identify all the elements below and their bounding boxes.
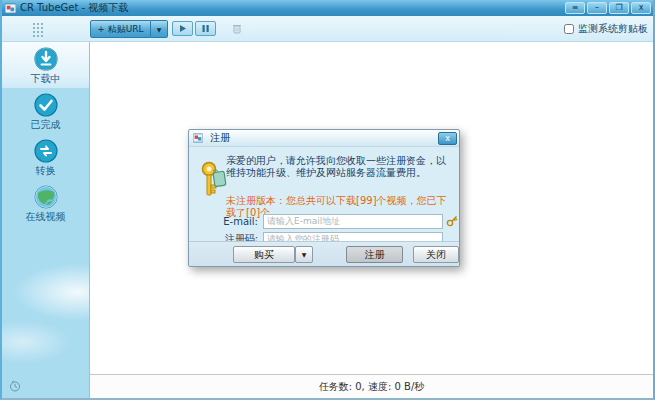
clipboard-monitor-label[interactable]: 监测系统剪贴板 xyxy=(578,22,648,36)
close-dialog-button[interactable]: 关闭 xyxy=(413,246,459,263)
clipboard-monitor-toggle: 监测系统剪贴板 xyxy=(564,22,648,36)
window-controls: ≡ – ❐ x xyxy=(565,2,651,14)
delete-task-button[interactable] xyxy=(226,21,247,36)
buy-dropdown-button[interactable]: ▼ xyxy=(295,246,313,263)
sidebar-item-label: 在线视频 xyxy=(26,212,66,222)
drag-grip-icon[interactable] xyxy=(32,22,44,37)
menu-button[interactable]: ≡ xyxy=(565,2,585,14)
sidebar-item-label: 已完成 xyxy=(31,120,61,130)
dialog-footer: 购买 ▼ 注册 关闭 xyxy=(189,241,459,266)
app-window: CR TubeGet - 视频下载 ≡ – ❐ x + 粘贴URL ▼ 监测系统… xyxy=(0,0,655,400)
trash-icon xyxy=(232,23,242,34)
play-icon xyxy=(178,24,187,33)
minimize-button[interactable]: – xyxy=(587,2,607,14)
close-button[interactable]: x xyxy=(631,2,651,14)
globe-icon xyxy=(34,185,58,209)
sidebar: 下载中 已完成 转换 在线视频 xyxy=(2,42,90,398)
dialog-close-button[interactable]: x xyxy=(438,132,457,145)
dialog-title: 注册 xyxy=(210,131,230,145)
email-row: E-mail: xyxy=(189,213,459,229)
app-logo-icon xyxy=(5,3,16,14)
download-icon xyxy=(34,47,58,71)
dialog-titlebar: 注册 x xyxy=(189,130,459,147)
registration-key-icon xyxy=(199,161,227,199)
sidebar-item-downloading[interactable]: 下载中 xyxy=(2,42,89,88)
email-label: E-mail: xyxy=(189,216,263,227)
pause-download-button[interactable] xyxy=(195,21,216,36)
email-input[interactable] xyxy=(263,214,443,229)
window-title: CR TubeGet - 视频下载 xyxy=(20,0,128,16)
clipboard-monitor-checkbox[interactable] xyxy=(564,24,574,34)
dialog-app-icon xyxy=(193,133,203,143)
register-button[interactable]: 注册 xyxy=(346,246,403,263)
registration-dialog: 注册 x 亲爱的用户，请允许我向您收取一些注册资金，以维持功能升级、维护及网站服… xyxy=(188,129,460,267)
sidebar-item-completed[interactable]: 已完成 xyxy=(2,88,89,134)
convert-icon xyxy=(34,139,58,163)
toolbar: + 粘贴URL ▼ 监测系统剪贴板 xyxy=(2,16,653,42)
status-text: 任务数: 0, 速度: 0 B/秒 xyxy=(319,380,425,394)
fetch-code-button[interactable] xyxy=(445,214,459,228)
paste-url-button[interactable]: + 粘贴URL xyxy=(90,20,151,38)
small-key-icon xyxy=(446,215,458,227)
titlebar: CR TubeGet - 视频下载 ≡ – ❐ x xyxy=(2,0,653,16)
sidebar-item-label: 下载中 xyxy=(31,74,61,84)
check-icon xyxy=(34,93,58,117)
dialog-body: 亲爱的用户，请允许我向您收取一些注册资金，以维持功能升级、维护及网站服务器流量费… xyxy=(189,147,459,241)
buy-button[interactable]: 购买 xyxy=(233,246,295,263)
paste-url-dropdown[interactable]: ▼ xyxy=(151,20,168,38)
sidebar-item-label: 转换 xyxy=(36,166,56,176)
pause-icon xyxy=(201,24,210,33)
sidebar-item-online-video[interactable]: 在线视频 xyxy=(2,180,89,226)
dialog-message: 亲爱的用户，请允许我向您收取一些注册资金，以维持功能升级、维护及网站服务器流量费… xyxy=(226,155,454,179)
status-bar: 任务数: 0, 速度: 0 B/秒 xyxy=(90,374,653,398)
sidebar-item-convert[interactable]: 转换 xyxy=(2,134,89,180)
start-download-button[interactable] xyxy=(172,21,193,36)
scheduler-clock-icon[interactable] xyxy=(9,380,21,392)
maximize-button[interactable]: ❐ xyxy=(609,2,629,14)
